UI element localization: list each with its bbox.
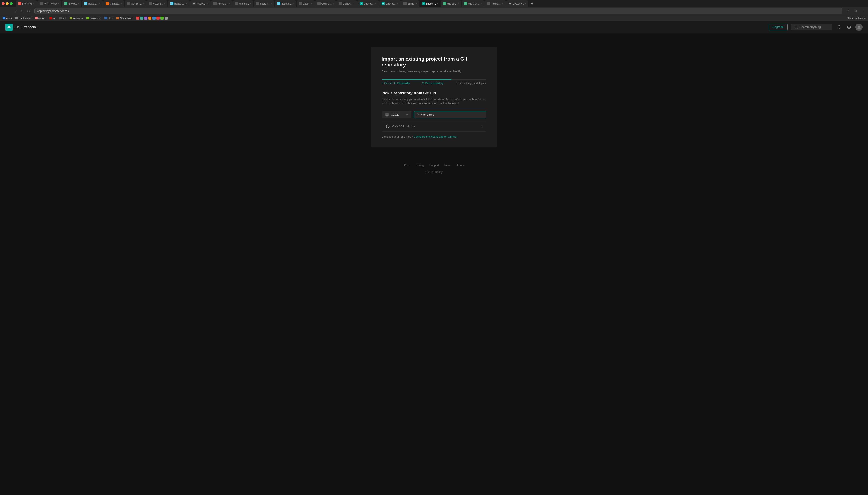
tab-dash2[interactable]: N Dashbo... ×	[379, 0, 401, 7]
tab-notes[interactable]: Notes o... ×	[211, 0, 233, 7]
tab-close-icon[interactable]: ×	[416, 2, 417, 5]
tab-project[interactable]: Project ... ×	[484, 0, 506, 7]
org-selector[interactable]: OXXD ▾	[381, 111, 411, 118]
tab-close-icon[interactable]: ×	[397, 2, 398, 5]
bookmark-qianxx[interactable]: qianxx	[34, 16, 46, 20]
search-bar[interactable]: Search anything	[791, 24, 832, 30]
footer-news[interactable]: News	[444, 164, 451, 167]
tab-surge[interactable]: Surge ×	[401, 0, 419, 7]
bookmark-wy[interactable]: wy	[48, 16, 56, 20]
tab-close-icon[interactable]: ×	[502, 2, 504, 5]
tab-deploy[interactable]: Deploy... ×	[336, 0, 357, 7]
tab-remix[interactable]: Remix -... ×	[124, 0, 146, 7]
tab-vue[interactable]: V 懂|Vie... ×	[62, 0, 81, 7]
tab-close-icon[interactable]: ×	[271, 2, 272, 5]
card-subtitle: From zero to hero, three easy steps to g…	[381, 70, 487, 73]
tab-close-icon[interactable]: ×	[250, 2, 251, 5]
tab-expo[interactable]: Expo ×	[296, 0, 314, 7]
upgrade-button[interactable]: Upgrade	[768, 24, 787, 30]
tab-close-icon[interactable]: ×	[142, 2, 144, 5]
bookmark-minigame[interactable]: minigame	[85, 16, 102, 20]
tab-react1[interactable]: R ReactE... ×	[82, 0, 103, 7]
bookmark-favicon[interactable]	[140, 17, 143, 20]
close-button[interactable]	[2, 2, 4, 5]
tab-close-icon[interactable]: ×	[99, 2, 101, 5]
tab-import[interactable]: N Import ... ×	[420, 0, 440, 7]
notifications-button[interactable]	[835, 23, 843, 31]
tab-close-icon[interactable]: ×	[229, 2, 230, 5]
bookmark-label: minigame	[90, 17, 101, 19]
tab-close-icon[interactable]: ×	[525, 2, 526, 5]
tab-getting[interactable]: Getting... ×	[315, 0, 336, 7]
footer-docs[interactable]: Docs	[404, 164, 410, 167]
bookmark-favicon[interactable]	[148, 17, 151, 20]
tab-flyio[interactable]: ✈ flyio-起步 ×	[16, 0, 37, 7]
footer-pricing[interactable]: Pricing	[416, 164, 424, 167]
tab-close-icon[interactable]: ×	[120, 2, 122, 5]
tab-oxxd[interactable]: ⊙ OXXD/V... ×	[506, 0, 528, 7]
bookmark-icon[interactable]: ☆	[846, 9, 851, 13]
bookmark-md[interactable]: md	[58, 16, 67, 20]
tab-dash1[interactable]: N Dashbo... ×	[357, 0, 379, 7]
minimize-button[interactable]	[6, 2, 8, 5]
tab-close-icon[interactable]: ×	[78, 2, 79, 5]
tab-reacth[interactable]: R React h... ×	[275, 0, 296, 7]
tab-mini[interactable]: 小程序/框架 ×	[37, 0, 61, 7]
tab-close-icon[interactable]: ×	[186, 2, 187, 5]
back-button[interactable]: ‹	[14, 8, 18, 14]
tab-close-icon[interactable]: ×	[458, 2, 459, 5]
tab-github[interactable]: ⊙ react/a... ×	[190, 0, 211, 7]
new-tab-button[interactable]: +	[530, 1, 535, 6]
tab-close-icon[interactable]: ×	[164, 2, 165, 5]
tab-notani[interactable]: Not Ani... ×	[147, 0, 167, 7]
netlify-header: He Lin's team ▾ Upgrade Search anything	[0, 21, 868, 33]
tab-close-icon[interactable]: ×	[437, 2, 438, 5]
configure-netlify-link[interactable]: Configure the Netlify app on GitHub.	[414, 135, 457, 138]
bookmark-knowyou[interactable]: knowyou	[69, 16, 84, 20]
tab-craft1[interactable]: craftds... ×	[233, 0, 253, 7]
tab-close-icon[interactable]: ×	[58, 2, 59, 5]
tab-vuecon[interactable]: V Vue Con... ×	[462, 0, 484, 7]
tab-close-icon[interactable]: ×	[480, 2, 482, 5]
forward-button[interactable]: ›	[20, 8, 23, 14]
bookmark-bookmarks[interactable]: Bookmarks	[15, 16, 32, 20]
bookmark-favicon[interactable]	[136, 17, 139, 20]
bookmark-fed[interactable]: FED	[103, 16, 114, 20]
repo-item[interactable]: OXXD/Vite-demo ›	[382, 121, 486, 131]
repo-search-input[interactable]	[421, 113, 483, 116]
repo-search[interactable]	[414, 111, 487, 118]
bookmark-favicon[interactable]	[165, 17, 168, 20]
extensions-icon[interactable]: ⊞	[853, 9, 858, 13]
footer-support[interactable]: Support	[429, 164, 439, 167]
menu-icon[interactable]: ⋮	[860, 9, 866, 13]
tab-close-icon[interactable]: ×	[292, 2, 294, 5]
tab-favicon	[256, 2, 259, 5]
tab-vue-co[interactable]: V vue-co... ×	[441, 0, 461, 7]
bookmark-favicon[interactable]	[156, 17, 159, 20]
user-avatar[interactable]	[855, 23, 863, 31]
bookmark-apps[interactable]: Apps	[2, 16, 13, 20]
tab-close-icon[interactable]: ×	[33, 2, 35, 5]
tab-close-icon[interactable]: ×	[375, 2, 377, 5]
tab-close-icon[interactable]: ×	[353, 2, 355, 5]
section-desc: Choose the repository you want to link t…	[381, 97, 487, 105]
footer-terms[interactable]: Terms	[457, 164, 464, 167]
bookmark-favicon[interactable]	[144, 17, 147, 20]
team-name-dropdown[interactable]: He Lin's team ▾	[15, 25, 38, 29]
tab-close-icon[interactable]: ×	[207, 2, 208, 5]
tab-craft2[interactable]: craftds... ×	[254, 0, 274, 7]
tab-bar: ✈ flyio-起步 × 小程序/框架 × V 懂|Vie... × R Rea…	[0, 0, 868, 7]
tab-close-icon[interactable]: ×	[332, 2, 334, 5]
address-bar[interactable]	[34, 8, 843, 14]
maximize-button[interactable]	[10, 2, 13, 5]
settings-button[interactable]	[846, 23, 853, 31]
reload-button[interactable]: ↻	[25, 8, 31, 14]
tab-close-icon[interactable]: ×	[311, 2, 312, 5]
bookmark-waypalyzer[interactable]: Waypalyzer	[115, 16, 133, 20]
tab-reactd[interactable]: R React D... ×	[168, 0, 190, 7]
bookmark-favicon[interactable]	[152, 17, 155, 20]
tab-alibaba[interactable]: A alibaba... ×	[103, 0, 124, 7]
other-bookmarks[interactable]: Other Bookmarks	[847, 17, 866, 19]
bookmark-favicon[interactable]	[160, 17, 164, 20]
app-footer: Docs Pricing Support News Terms	[0, 156, 868, 170]
